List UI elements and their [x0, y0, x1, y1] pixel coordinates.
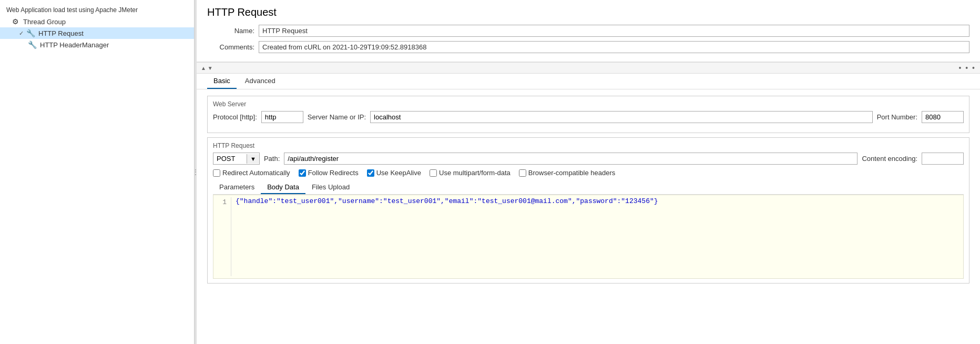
follow-redirects-label: Follow Redirects: [308, 169, 359, 177]
name-label: Name:: [207, 27, 254, 35]
sidebar-title: Web Application load test using Apache J…: [0, 4, 194, 16]
protocol-label: Protocol [http]:: [213, 113, 257, 121]
line-number-1: 1: [222, 198, 227, 206]
splitter-arrows: ▲ ▼: [201, 65, 213, 71]
web-server-section: Web Server Protocol [http]: Server Name …: [207, 96, 969, 133]
multipart-label: Use multipart/form-data: [439, 169, 511, 177]
server-name-input[interactable]: [370, 111, 873, 123]
splitter-dots: • • •: [959, 64, 976, 72]
chevron-icon: ✓: [19, 30, 24, 37]
comments-input[interactable]: [259, 41, 969, 53]
port-input[interactable]: [922, 111, 964, 123]
sidebar-item-thread-group[interactable]: ⚙ Thread Group: [0, 16, 194, 27]
method-select-wrapper[interactable]: POST GET PUT DELETE PATCH ▼: [213, 153, 260, 165]
code-content[interactable]: {"handle":"test_user001","username":"tes…: [236, 197, 961, 276]
name-input[interactable]: [259, 25, 969, 37]
sidebar: Web Application load test using Apache J…: [0, 0, 195, 344]
sub-tab-parameters[interactable]: Parameters: [213, 181, 261, 194]
sub-tabs: Parameters Body Data Files Upload: [213, 181, 964, 195]
http-request-section-title: HTTP Request: [213, 142, 964, 149]
name-row: Name:: [207, 25, 969, 37]
encoding-input[interactable]: [922, 153, 964, 165]
tab-basic[interactable]: Basic: [207, 74, 237, 89]
path-label: Path:: [264, 155, 280, 163]
server-name-label: Server Name or IP:: [308, 113, 366, 121]
browser-compat-input[interactable]: [519, 169, 526, 177]
checkboxes-row: Redirect Automatically Follow Redirects …: [213, 169, 964, 177]
redirect-auto-checkbox[interactable]: Redirect Automatically: [213, 169, 290, 177]
encoding-label: Content encoding:: [862, 155, 917, 163]
use-keepalive-input[interactable]: [367, 169, 374, 177]
sidebar-item-http-request-label: HTTP Request: [38, 29, 84, 37]
main-tabs: Basic Advanced: [197, 74, 980, 89]
sidebar-item-http-header-manager-label: HTTP HeaderManager: [40, 41, 109, 49]
http-header-manager-icon: 🔧: [27, 41, 37, 49]
use-keepalive-checkbox[interactable]: Use KeepAlive: [367, 169, 421, 177]
web-server-row: Protocol [http]: Server Name or IP: Port…: [213, 111, 964, 123]
splitter-bar[interactable]: ▲ ▼ • • •: [197, 62, 980, 74]
sidebar-item-http-request[interactable]: ✓ 🔧 HTTP Request: [0, 27, 194, 39]
redirect-auto-label: Redirect Automatically: [222, 169, 290, 177]
sub-tab-body-data[interactable]: Body Data: [261, 181, 305, 194]
sub-tab-files-upload[interactable]: Files Upload: [305, 181, 356, 194]
page-title: HTTP Request: [207, 6, 969, 18]
use-keepalive-label: Use KeepAlive: [376, 169, 421, 177]
comments-row: Comments:: [207, 41, 969, 53]
multipart-checkbox[interactable]: Use multipart/form-data: [430, 169, 511, 177]
multipart-input[interactable]: [430, 169, 437, 177]
method-path-row: POST GET PUT DELETE PATCH ▼ Path: Conten…: [213, 153, 964, 165]
browser-compat-label: Browser-compatible headers: [528, 169, 615, 177]
thread-group-icon: ⚙: [11, 17, 20, 26]
http-request-icon: 🔧: [26, 29, 35, 37]
redirect-auto-input[interactable]: [213, 169, 220, 177]
port-label: Port Number:: [877, 113, 917, 121]
resize-handle[interactable]: [195, 0, 197, 344]
main-panel: HTTP Request Name: Comments: ▲ ▼ • • • B…: [197, 0, 980, 344]
method-select[interactable]: POST GET PUT DELETE PATCH: [213, 153, 247, 164]
tab-advanced[interactable]: Advanced: [239, 74, 282, 89]
panel-content: Web Server Protocol [http]: Server Name …: [197, 89, 980, 344]
path-input[interactable]: [284, 153, 858, 165]
line-numbers: 1: [216, 197, 231, 276]
body-editor: 1 {"handle":"test_user001","username":"t…: [213, 195, 964, 279]
web-server-title: Web Server: [213, 100, 964, 108]
comments-label: Comments:: [207, 43, 254, 51]
method-dropdown-button[interactable]: ▼: [247, 154, 259, 164]
browser-compat-checkbox[interactable]: Browser-compatible headers: [519, 169, 615, 177]
follow-redirects-checkbox[interactable]: Follow Redirects: [299, 169, 359, 177]
http-request-section: HTTP Request POST GET PUT DELETE PATCH ▼…: [207, 137, 969, 284]
sidebar-item-thread-group-label: Thread Group: [23, 18, 66, 26]
follow-redirects-input[interactable]: [299, 169, 306, 177]
protocol-input[interactable]: [261, 111, 303, 123]
main-header: HTTP Request Name: Comments:: [197, 0, 980, 62]
sidebar-item-http-header-manager[interactable]: 🔧 HTTP HeaderManager: [0, 39, 194, 50]
